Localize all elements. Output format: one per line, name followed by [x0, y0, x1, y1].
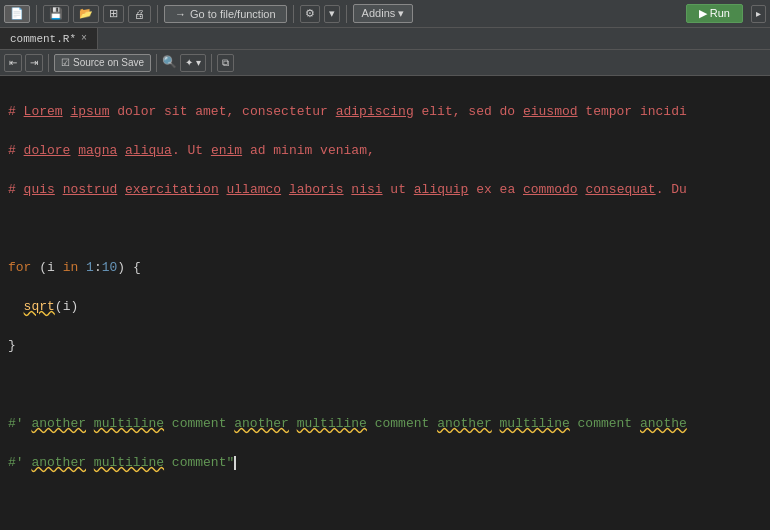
separator-2: [157, 5, 158, 23]
code-line-5: for (i in 1:10) {: [8, 258, 762, 278]
code-line-6: sqrt(i): [8, 297, 762, 317]
go-to-button[interactable]: → Go to file/function: [164, 5, 287, 23]
run-button[interactable]: ▶ Run: [686, 4, 743, 23]
print-button[interactable]: 🖨: [128, 5, 151, 23]
lorem-word: Lorem: [24, 104, 63, 119]
search-icon: 🔍: [162, 55, 177, 70]
separator-4: [346, 5, 347, 23]
source-on-save-button[interactable]: ☑ Source on Save: [54, 54, 151, 72]
arrow-icon: →: [175, 8, 186, 20]
code-line-2: # dolore magna aliqua. Ut enim ad minim …: [8, 141, 762, 161]
run-tools-button[interactable]: ⚙: [300, 5, 320, 23]
indent-button[interactable]: ⇤: [4, 54, 22, 72]
paren-i: (i): [55, 299, 78, 314]
num-1: 1: [86, 260, 94, 275]
comment-rest-1: ipsum dolor sit amet, consectetur adipis…: [63, 104, 687, 119]
comment-dolore: dolore magna aliqua. Ut enim ad minim ve…: [24, 143, 375, 158]
multiline-comment-2: #' another multiline comment": [8, 455, 234, 470]
multiline-comment-1: #' another multiline comment another mul…: [8, 416, 687, 431]
tab-close-button[interactable]: ×: [81, 33, 87, 44]
search-options-button[interactable]: ✦ ▾: [180, 54, 206, 72]
sep-5: [48, 54, 49, 72]
colon: :: [94, 260, 102, 275]
comment-quis: quis nostrud exercitation ullamco labori…: [24, 182, 687, 197]
range: [78, 260, 86, 275]
sep-6: [156, 54, 157, 72]
var-i: i: [47, 260, 55, 275]
code-editor[interactable]: # Lorem ipsum dolor sit amet, consectetu…: [0, 76, 770, 530]
tab-bar: comment.R* ×: [0, 28, 770, 50]
open-button[interactable]: 📂: [73, 5, 99, 23]
more-options-button[interactable]: ▸: [751, 5, 766, 23]
comment-hash-3: #: [8, 182, 24, 197]
paren-open: (: [31, 260, 47, 275]
go-to-label: Go to file/function: [190, 8, 276, 20]
sep-7: [211, 54, 212, 72]
secondary-toolbar: ⇤ ⇥ ☑ Source on Save 🔍 ✦ ▾ ⧉: [0, 50, 770, 76]
outdent-button[interactable]: ⇥: [25, 54, 43, 72]
in-word: in: [63, 260, 79, 275]
comment-hash-2: #: [8, 143, 24, 158]
top-toolbar: 📄 💾 📂 ⊞ 🖨 → Go to file/function ⚙ ▾ Addi…: [0, 0, 770, 28]
save-icon-button[interactable]: 💾: [43, 5, 69, 23]
empty-line-1: [8, 219, 762, 239]
checkbox-icon: ☑: [61, 57, 70, 68]
text-cursor: [234, 456, 236, 470]
code-line-9: #' another multiline comment another mul…: [8, 414, 762, 434]
indent-spaces: [8, 299, 24, 314]
grid-button[interactable]: ⊞: [103, 5, 124, 23]
source-save-label: Source on Save: [73, 57, 144, 68]
code-line-3: # quis nostrud exercitation ullamco labo…: [8, 180, 762, 200]
copy-button[interactable]: ⧉: [217, 54, 234, 72]
empty-line-2: [8, 375, 762, 395]
num-10: 10: [102, 260, 118, 275]
new-file-button[interactable]: 📄: [4, 5, 30, 23]
in-keyword: [55, 260, 63, 275]
for-keyword: for: [8, 260, 31, 275]
code-line-10: #' another multiline comment": [8, 453, 762, 473]
tab-filename: comment.R*: [10, 33, 76, 45]
brace-close: }: [8, 338, 16, 353]
comment-hash-1: #: [8, 104, 24, 119]
code-line-1: # Lorem ipsum dolor sit amet, consectetu…: [8, 102, 762, 122]
code-line-7: }: [8, 336, 762, 356]
addins-button[interactable]: Addins ▾: [353, 4, 414, 23]
sqrt-func: sqrt: [24, 299, 55, 314]
brace-open: ) {: [117, 260, 140, 275]
separator-3: [293, 5, 294, 23]
separator-1: [36, 5, 37, 23]
file-tab[interactable]: comment.R* ×: [0, 28, 98, 49]
dropdown-arrow[interactable]: ▾: [324, 5, 340, 23]
